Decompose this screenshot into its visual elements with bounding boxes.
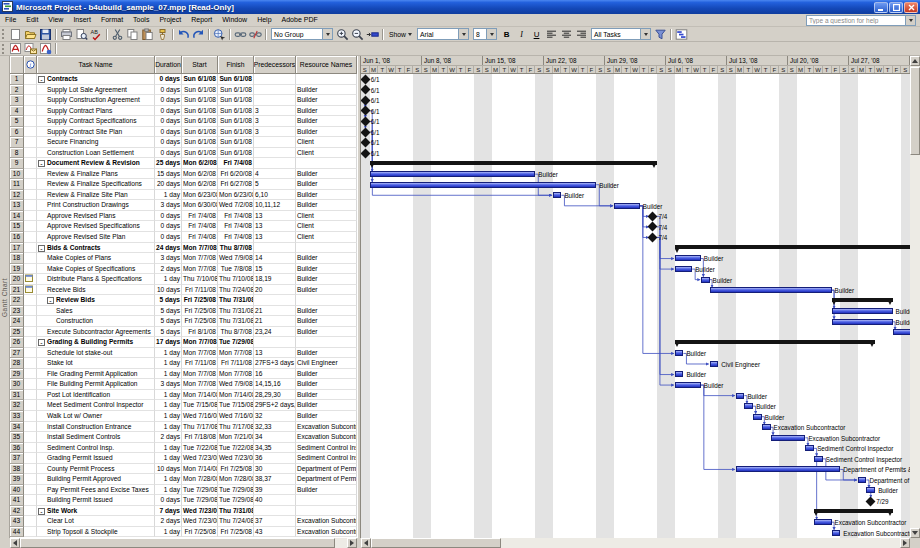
menu-edit[interactable]: Edit bbox=[21, 14, 43, 26]
task-bar[interactable] bbox=[744, 403, 753, 409]
help-search-box[interactable]: Type a question for help bbox=[806, 15, 916, 26]
start-cell[interactable]: Mon 7/7/08 bbox=[182, 253, 218, 264]
row-number-cell[interactable]: 9 bbox=[10, 158, 24, 169]
align-center-icon[interactable] bbox=[559, 27, 574, 41]
predecessors-cell[interactable]: 14,15,16 bbox=[254, 379, 296, 390]
task-name-cell[interactable]: Stake lot bbox=[37, 358, 155, 369]
task-bar[interactable] bbox=[762, 424, 771, 430]
task-bar[interactable] bbox=[753, 414, 762, 420]
resources-cell[interactable]: Client bbox=[296, 221, 357, 232]
row-number-cell[interactable]: 5 bbox=[10, 116, 24, 127]
task-name-cell[interactable]: Install Sediment Controls bbox=[37, 432, 155, 443]
row-number-cell[interactable]: 3 bbox=[10, 95, 24, 106]
finish-cell[interactable]: Wed 7/23/08 bbox=[218, 453, 254, 464]
print-preview-icon[interactable] bbox=[74, 27, 89, 41]
row-number-cell[interactable]: 39 bbox=[10, 474, 24, 485]
start-cell[interactable]: Sun 6/1/08 bbox=[182, 127, 218, 138]
column-header-resource-names[interactable]: Resource Names bbox=[296, 56, 357, 74]
start-cell[interactable]: Fri 7/25/08 bbox=[182, 316, 218, 327]
start-cell[interactable]: Mon 6/23/08 bbox=[182, 190, 218, 201]
finish-cell[interactable]: Fri 7/4/08 bbox=[218, 211, 254, 222]
task-name-cell[interactable]: Sales bbox=[37, 306, 155, 317]
summary-bar[interactable] bbox=[370, 161, 658, 165]
predecessors-cell[interactable]: 34,35 bbox=[254, 443, 296, 454]
start-cell[interactable]: Sun 6/1/08 bbox=[182, 106, 218, 117]
undo-icon[interactable] bbox=[176, 27, 191, 41]
task-bar[interactable] bbox=[832, 319, 893, 325]
duration-cell[interactable]: 1 day bbox=[155, 453, 182, 464]
task-name-cell[interactable]: Strip Topsoil & Stockpile bbox=[37, 527, 155, 538]
bold-button[interactable]: B bbox=[499, 27, 514, 41]
resources-cell[interactable] bbox=[296, 158, 357, 169]
duration-cell[interactable]: 0 days bbox=[155, 148, 182, 159]
font-size-combo[interactable]: 8 bbox=[473, 28, 497, 40]
task-name-cell[interactable]: -Review Bids bbox=[37, 295, 155, 306]
start-cell[interactable]: Mon 7/7/08 bbox=[182, 337, 218, 348]
task-name-cell[interactable]: -Bids & Contracts bbox=[37, 243, 155, 254]
start-cell[interactable]: Mon 6/2/08 bbox=[182, 179, 218, 190]
finish-cell[interactable]: Mon 7/28/08 bbox=[218, 474, 254, 485]
predecessors-cell[interactable]: 20 bbox=[254, 285, 296, 296]
predecessors-cell[interactable]: 18,19 bbox=[254, 274, 296, 285]
predecessors-cell[interactable]: 10,11,12 bbox=[254, 200, 296, 211]
resources-cell[interactable]: Sediment Control Inspector bbox=[296, 443, 357, 454]
resources-cell[interactable]: Civil Engineer bbox=[296, 358, 357, 369]
finish-cell[interactable]: Wed 7/9/08 bbox=[218, 379, 254, 390]
row-number-cell[interactable]: 1 bbox=[10, 74, 24, 85]
start-cell[interactable]: Sun 6/1/08 bbox=[182, 85, 218, 96]
start-cell[interactable]: Wed 7/23/08 bbox=[182, 506, 218, 517]
column-header-duration[interactable]: Duration bbox=[155, 56, 182, 74]
duration-cell[interactable]: 2 days bbox=[155, 516, 182, 527]
table-scroll-right-button[interactable] bbox=[347, 538, 357, 548]
predecessors-cell[interactable]: 16 bbox=[254, 369, 296, 380]
task-bar[interactable] bbox=[614, 203, 640, 209]
row-number-cell[interactable]: 32 bbox=[10, 400, 24, 411]
task-name-cell[interactable]: -Document Review & Revision bbox=[37, 158, 155, 169]
insert-hyperlink-icon[interactable] bbox=[212, 27, 227, 41]
finish-cell[interactable]: Sun 6/1/08 bbox=[218, 127, 254, 138]
row-number-cell[interactable]: 31 bbox=[10, 390, 24, 401]
finish-cell[interactable]: Thu 7/31/08 bbox=[218, 306, 254, 317]
task-bar[interactable] bbox=[675, 371, 684, 377]
finish-cell[interactable]: Tue 7/15/08 bbox=[218, 400, 254, 411]
row-number-cell[interactable]: 17 bbox=[10, 243, 24, 254]
task-name-cell[interactable]: Approve Revised Plans bbox=[37, 211, 155, 222]
duration-cell[interactable]: 3 days bbox=[155, 379, 182, 390]
task-name-cell[interactable]: Review & Finalize Site Plan bbox=[37, 190, 155, 201]
row-number-cell[interactable]: 18 bbox=[10, 253, 24, 264]
resources-cell[interactable]: Department of Permits & Inspections bbox=[296, 464, 357, 475]
predecessors-cell[interactable] bbox=[254, 506, 296, 517]
collapse-toggle[interactable]: - bbox=[38, 160, 45, 167]
predecessors-cell[interactable]: 34 bbox=[254, 432, 296, 443]
resources-cell[interactable]: Builder bbox=[296, 106, 357, 117]
predecessors-cell[interactable]: 27FS+3 days bbox=[254, 358, 296, 369]
spelling-icon[interactable]: AB bbox=[89, 27, 104, 41]
resources-cell[interactable]: Builder bbox=[296, 411, 357, 422]
vertical-scroll-thumb[interactable] bbox=[910, 67, 920, 155]
duration-cell[interactable]: 10 days bbox=[155, 464, 182, 475]
resources-cell[interactable]: Builder bbox=[296, 116, 357, 127]
task-name-cell[interactable]: Approve Revised Specifications bbox=[37, 221, 155, 232]
toolbar-grip[interactable] bbox=[2, 44, 5, 54]
table-scroll-left-button[interactable] bbox=[10, 538, 20, 548]
finish-cell[interactable]: Thu 8/7/08 bbox=[218, 327, 254, 338]
task-bar[interactable] bbox=[675, 266, 692, 272]
chevron-down-icon[interactable] bbox=[458, 29, 468, 39]
duration-cell[interactable]: 0 days bbox=[155, 106, 182, 117]
task-name-cell[interactable]: File Building Permit Application bbox=[37, 379, 155, 390]
task-name-cell[interactable]: Construction bbox=[37, 316, 155, 327]
maximize-button[interactable] bbox=[889, 2, 903, 13]
duration-cell[interactable]: 25 days bbox=[155, 158, 182, 169]
task-bar[interactable] bbox=[814, 456, 823, 462]
duration-cell[interactable]: 1 day bbox=[155, 190, 182, 201]
resources-cell[interactable]: Excavation Subcontractor bbox=[296, 432, 357, 443]
predecessors-cell[interactable]: 29FS+2 days,28 bbox=[254, 400, 296, 411]
paste-icon[interactable] bbox=[140, 27, 155, 41]
convert-and-email-pdf-icon[interactable] bbox=[23, 42, 38, 56]
resources-cell[interactable]: Builder bbox=[296, 285, 357, 296]
finish-cell[interactable]: Fri 7/4/08 bbox=[218, 158, 254, 169]
start-cell[interactable]: Fri 7/18/08 bbox=[182, 432, 218, 443]
link-tasks-icon[interactable] bbox=[233, 27, 248, 41]
task-name-cell[interactable]: Print Construction Drawings bbox=[37, 200, 155, 211]
task-name-cell[interactable]: Make Copies of Plans bbox=[37, 253, 155, 264]
